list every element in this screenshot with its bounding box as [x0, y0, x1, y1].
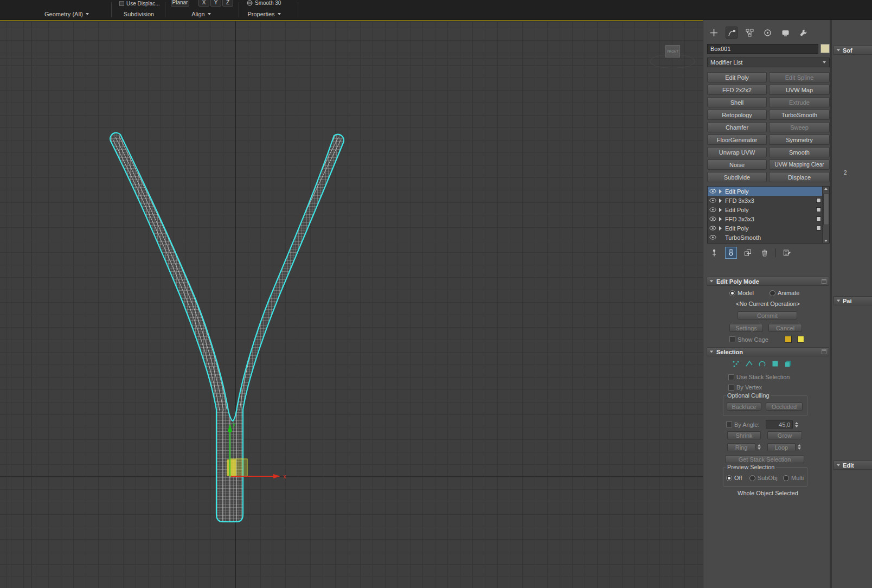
rollout-edit-poly-mode[interactable]: Edit Poly Mode [707, 277, 829, 286]
ribbon-group-geometry[interactable]: Geometry (All) [31, 10, 102, 18]
modifier-enable-toggle[interactable] [816, 216, 821, 221]
stack-item-ffd[interactable]: FFD 3x3x3 [708, 196, 823, 205]
expand-arrow-icon[interactable] [719, 217, 722, 221]
by-angle-checkbox[interactable] [726, 421, 732, 427]
loop-spinner[interactable] [798, 444, 801, 450]
expand-arrow-icon[interactable] [719, 226, 722, 231]
grow-button[interactable]: Grow [767, 431, 802, 439]
spinner-down-icon[interactable] [758, 448, 761, 450]
scroll-down-icon[interactable] [824, 240, 828, 242]
expand-arrow-icon[interactable] [719, 189, 722, 194]
use-displacement-checkbox[interactable]: Use Displac... [119, 1, 160, 7]
object-name-field[interactable]: Box001 [707, 44, 818, 54]
commit-button[interactable]: Commit [738, 311, 797, 319]
ribbon-group-subdivision[interactable]: Subdivision [114, 10, 164, 18]
ribbon-group-align[interactable]: Align [183, 10, 220, 18]
spinner-up-icon[interactable] [798, 444, 801, 446]
border-subobject-icon[interactable] [758, 359, 767, 368]
show-end-result-button[interactable] [725, 247, 737, 259]
checkbox-icon[interactable] [119, 1, 124, 6]
by-vertex-checkbox[interactable]: By Vertex [728, 384, 762, 391]
radio-icon[interactable] [770, 290, 775, 296]
scroll-thumb[interactable] [823, 194, 829, 225]
radio-icon[interactable] [726, 475, 732, 481]
loop-button[interactable]: Loop [767, 443, 796, 451]
ring-button[interactable]: Ring [727, 443, 755, 451]
wireframe-model[interactable]: y x [0, 20, 703, 588]
expand-arrow-icon[interactable] [719, 199, 722, 203]
make-unique-button[interactable] [742, 247, 754, 259]
get-stack-selection-button[interactable]: Get Stack Selection [725, 455, 804, 463]
sweep-button[interactable]: Sweep [769, 122, 830, 132]
noise-button[interactable]: Noise [707, 159, 767, 170]
spinner-down-icon[interactable] [795, 425, 798, 427]
align-z-button[interactable]: Z [222, 0, 233, 7]
chamfer-button[interactable]: Chamfer [707, 122, 767, 132]
backface-button[interactable]: Backface [727, 402, 761, 411]
subdivide-button[interactable]: Subdivide [707, 172, 767, 182]
displace-button[interactable]: Displace [769, 172, 830, 182]
shell-button[interactable]: Shell [707, 97, 767, 107]
stack-item-edit-poly[interactable]: Edit Poly [708, 223, 823, 233]
spinner-up-icon[interactable] [795, 422, 798, 424]
pin-stack-button[interactable] [708, 247, 720, 259]
edit-poly-button[interactable]: Edit Poly [707, 72, 767, 82]
ribbon-group-properties[interactable]: Properties [244, 10, 284, 18]
checkbox-icon[interactable] [728, 374, 734, 380]
modify-tab[interactable] [726, 27, 738, 39]
utilities-tab[interactable] [797, 27, 809, 39]
visibility-eye-icon[interactable] [709, 216, 716, 221]
animate-radio[interactable]: Animate [770, 290, 799, 296]
modifier-enable-toggle[interactable] [816, 226, 821, 231]
stack-item-edit-poly[interactable]: Edit Poly [708, 205, 823, 214]
front-viewport[interactable]: FRONT [0, 20, 703, 588]
checkbox-icon[interactable] [729, 336, 735, 342]
planar-button[interactable]: Planar [171, 0, 189, 7]
preview-multi-radio[interactable]: Multi [783, 475, 804, 481]
ring-spinner[interactable] [758, 444, 761, 450]
use-stack-selection-checkbox[interactable]: Use Stack Selection [728, 374, 790, 380]
stack-item-ffd[interactable]: FFD 3x3x3 [708, 214, 823, 223]
motion-tab[interactable] [761, 27, 773, 39]
scroll-up-icon[interactable] [824, 188, 828, 190]
radio-icon[interactable] [783, 475, 789, 481]
align-x-button[interactable]: X [198, 0, 209, 7]
display-tab[interactable] [779, 27, 791, 39]
stack-scrollbar[interactable] [822, 187, 829, 243]
spinner-down-icon[interactable] [798, 448, 801, 450]
smooth-button[interactable]: Smooth [769, 147, 830, 157]
create-tab[interactable] [708, 27, 720, 39]
cage-color-swatch-1[interactable] [785, 336, 792, 343]
preview-subobj-radio[interactable]: SubObj [749, 475, 778, 481]
rollout-edit[interactable]: Edit [833, 461, 872, 470]
polygon-subobject-icon[interactable] [771, 359, 780, 368]
by-angle-spinner[interactable] [795, 422, 798, 427]
by-angle-value-field[interactable]: 45,0 [766, 420, 793, 429]
visibility-eye-icon[interactable] [709, 198, 716, 203]
object-color-swatch[interactable] [820, 44, 830, 53]
stack-item-edit-poly[interactable]: Edit Poly [708, 187, 823, 196]
model-radio[interactable]: Model [729, 290, 754, 296]
unwrap-uvw-button[interactable]: Unwrap UVW [707, 147, 767, 157]
ffd-2x2x2-button[interactable]: FFD 2x2x2 [707, 85, 767, 95]
edge-subobject-icon[interactable] [745, 359, 754, 368]
modifier-enable-toggle[interactable] [816, 198, 821, 203]
checkbox-icon[interactable] [728, 385, 734, 391]
visibility-eye-icon[interactable] [709, 235, 716, 240]
uvw-map-button[interactable]: UVW Map [769, 85, 830, 95]
preview-off-radio[interactable]: Off [726, 475, 742, 481]
visibility-eye-icon[interactable] [709, 226, 716, 231]
element-subobject-icon[interactable] [784, 359, 793, 368]
extrude-button[interactable]: Extrude [769, 97, 830, 107]
gizmo-plane-highlight[interactable] [227, 459, 236, 476]
stack-item-turbosmooth[interactable]: TurboSmooth [708, 233, 823, 242]
modifier-enable-toggle[interactable] [816, 207, 821, 212]
show-cage-checkbox[interactable]: Show Cage [729, 336, 804, 343]
radio-icon[interactable] [729, 290, 735, 296]
visibility-eye-icon[interactable] [709, 207, 716, 212]
floorgenerator-button[interactable]: FloorGenerator [707, 135, 767, 145]
rollout-paint[interactable]: Pai [833, 296, 872, 305]
visibility-eye-icon[interactable] [709, 189, 716, 194]
turbosmooth-button[interactable]: TurboSmooth [769, 110, 830, 120]
modifier-list-dropdown[interactable]: Modifier List [707, 57, 830, 67]
